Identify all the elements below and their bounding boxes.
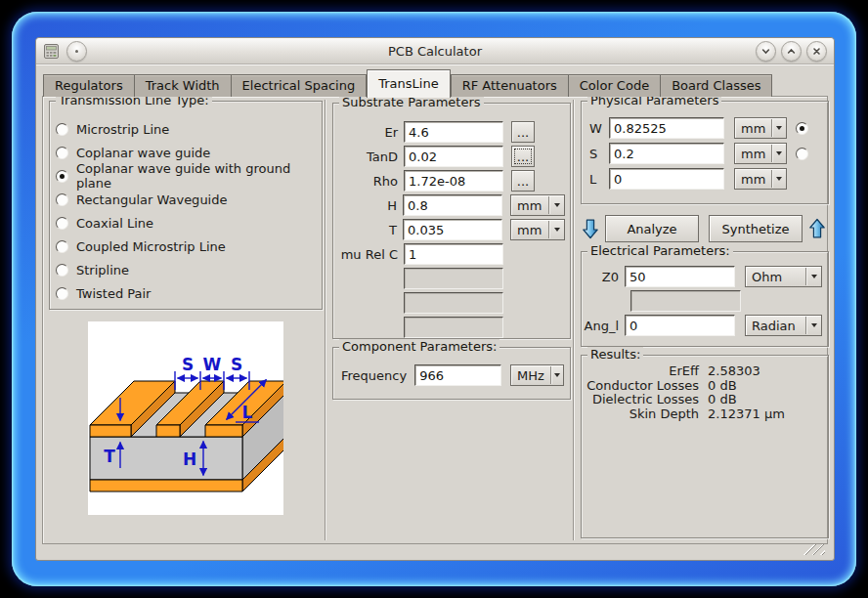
substrate-row-murelc: mu Rel C xyxy=(333,243,565,265)
radio-icon[interactable] xyxy=(56,264,68,277)
radio-rectangular-waveguide[interactable]: Rectangular Waveguide xyxy=(56,188,318,211)
w-target-radio[interactable] xyxy=(796,122,808,135)
er-label: Er xyxy=(333,125,404,140)
radio-label: Rectangular Waveguide xyxy=(76,192,227,207)
l-unit-value: mm xyxy=(735,169,771,189)
radio-coplanar-wave-guide-ground-plane[interactable]: Coplanar wave guide with ground plane xyxy=(56,164,318,188)
substrate-row-er: Er ... xyxy=(333,121,565,143)
s-unit-value: mm xyxy=(735,144,771,163)
radio-icon[interactable] xyxy=(56,193,68,206)
frequency-unit-value: MHz xyxy=(511,365,550,385)
splitter-left[interactable] xyxy=(325,100,326,540)
h-unit-value: mm xyxy=(511,195,548,215)
radio-coupled-microstrip-line[interactable]: Coupled Microstrip Line xyxy=(56,235,318,258)
disabled-input xyxy=(404,317,503,338)
tab-color-code[interactable]: Color Code xyxy=(569,74,661,97)
maximize-button[interactable] xyxy=(781,41,802,62)
analyze-button[interactable]: Analyze xyxy=(605,215,699,242)
rho-input[interactable] xyxy=(404,170,503,192)
radio-label: Coupled Microstrip Line xyxy=(76,239,226,254)
s-input[interactable] xyxy=(609,143,724,164)
synthetize-button[interactable]: Synthetize xyxy=(709,215,803,242)
angl-input[interactable] xyxy=(625,315,735,336)
t-unit-dropdown[interactable]: mm xyxy=(510,219,565,240)
substrate-row-h: H mm xyxy=(333,194,565,216)
result-conductor-losses: Conductor Losses 0 dB xyxy=(582,379,828,394)
close-button[interactable] xyxy=(806,41,827,62)
physical-parameters-group: Physical Parameters W mm S xyxy=(581,101,829,204)
electrical-row-z0: Z0 Ohm xyxy=(582,266,822,287)
tab-track-width[interactable]: Track Width xyxy=(135,74,232,97)
radio-label: Stripline xyxy=(76,263,129,278)
splitter-right[interactable] xyxy=(573,100,574,540)
electrical-row-angl: Ang_l Radian xyxy=(582,315,822,336)
electrical-row-disabled xyxy=(582,290,822,312)
tand-browse-button[interactable]: ... xyxy=(511,146,535,167)
titlebar[interactable]: PCB Calculator xyxy=(36,38,834,64)
w-input[interactable] xyxy=(609,117,724,139)
radio-stripline[interactable]: Stripline xyxy=(56,258,318,281)
murelc-input[interactable] xyxy=(404,243,503,265)
minimize-button[interactable] xyxy=(756,41,776,62)
radio-microstrip-line[interactable]: Microstrip Line xyxy=(56,117,318,141)
z0-input[interactable] xyxy=(625,266,735,287)
h-input[interactable] xyxy=(403,194,502,216)
angl-unit-dropdown[interactable]: Radian xyxy=(745,315,822,336)
frequency-unit-dropdown[interactable]: MHz xyxy=(510,364,564,386)
er-input[interactable] xyxy=(404,121,503,143)
component-parameters-group: Component Parameters: Frequency MHz xyxy=(332,347,571,400)
radio-icon[interactable] xyxy=(56,217,68,230)
w-unit-value: mm xyxy=(735,118,771,138)
radio-label: Twisted Pair xyxy=(76,286,151,301)
substrate-row-rho: Rho ... xyxy=(333,170,565,192)
result-label: ErEff xyxy=(582,364,708,379)
tab-transline[interactable]: TransLine xyxy=(367,69,450,98)
radio-icon[interactable] xyxy=(56,123,68,136)
physical-row-w: W mm xyxy=(589,117,822,139)
h-unit-dropdown[interactable]: mm xyxy=(510,194,565,216)
transline-page: Transmission Line Type: Microstrip Line … xyxy=(42,96,828,544)
disabled-input xyxy=(404,268,503,289)
angl-label: Ang_l xyxy=(582,319,625,333)
window-controls xyxy=(756,41,827,62)
tab-regulators[interactable]: Regulators xyxy=(43,74,135,97)
rho-browse-button[interactable]: ... xyxy=(511,170,535,192)
result-value: 2.12371 µm xyxy=(708,407,785,422)
radio-icon[interactable] xyxy=(56,240,68,253)
tab-electrical-spacing[interactable]: Electrical Spacing xyxy=(232,74,368,97)
radio-icon-checked[interactable] xyxy=(56,170,68,183)
radio-twisted-pair[interactable]: Twisted Pair xyxy=(56,281,318,305)
result-value: 0 dB xyxy=(708,379,737,394)
s-target-radio[interactable] xyxy=(796,148,808,160)
frequency-input[interactable] xyxy=(414,364,501,386)
substrate-row-disabled-2 xyxy=(333,292,565,314)
radio-coaxial-line[interactable]: Coaxial Line xyxy=(56,211,318,235)
tab-board-classes[interactable]: Board Classes xyxy=(661,74,772,97)
radio-icon[interactable] xyxy=(56,147,68,159)
murelc-label: mu Rel C xyxy=(333,247,404,262)
radio-icon[interactable] xyxy=(56,287,68,300)
substrate-row-tand: TanD ... xyxy=(333,146,565,167)
radio-label: Microstrip Line xyxy=(76,122,169,137)
results-group: Results: ErEff 2.58303 Conductor Losses … xyxy=(581,355,829,538)
disabled-input xyxy=(404,292,503,314)
w-unit-dropdown[interactable]: mm xyxy=(734,117,787,139)
result-value: 0 dB xyxy=(708,393,737,407)
diagram-label-s1: S xyxy=(182,355,194,374)
transmission-line-type-group: Transmission Line Type: Microstrip Line … xyxy=(49,101,323,310)
s-unit-dropdown[interactable]: mm xyxy=(734,143,787,164)
l-unit-dropdown[interactable]: mm xyxy=(734,168,787,190)
l-input[interactable] xyxy=(609,168,724,190)
window-content: Regulators Track Width Electrical Spacin… xyxy=(36,64,834,560)
result-label: Skin Depth xyxy=(582,407,708,422)
tand-input[interactable] xyxy=(404,146,503,167)
t-input[interactable] xyxy=(403,219,502,240)
rho-label: Rho xyxy=(333,174,404,189)
z0-label: Z0 xyxy=(582,270,625,284)
tab-rf-attenuators[interactable]: RF Attenuators xyxy=(451,74,569,97)
chevron-down-icon xyxy=(811,323,817,327)
er-browse-button[interactable]: ... xyxy=(511,121,535,143)
z0-unit-dropdown[interactable]: Ohm xyxy=(745,266,822,287)
diagram-label-s2: S xyxy=(231,355,242,374)
cpw-diagram: S W S L T H xyxy=(88,321,283,515)
